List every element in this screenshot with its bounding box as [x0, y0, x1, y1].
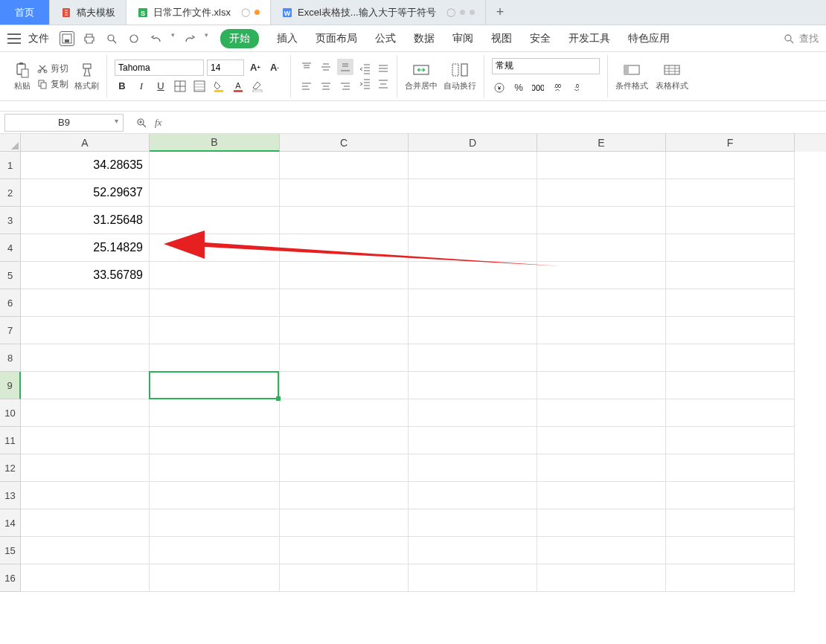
row-header-16[interactable]: 16 — [0, 564, 21, 592]
cell-B7[interactable] — [150, 317, 280, 344]
cell-C9[interactable] — [280, 372, 409, 399]
row-header-5[interactable]: 5 — [0, 262, 21, 289]
row-header-15[interactable]: 15 — [0, 537, 21, 564]
row-header-3[interactable]: 3 — [0, 207, 21, 234]
cell-F5[interactable] — [666, 262, 795, 289]
menu-insert[interactable]: 插入 — [277, 32, 298, 45]
cell-F10[interactable] — [666, 399, 795, 427]
cell-E8[interactable] — [537, 344, 666, 372]
format-painter-button[interactable]: 格式刷 — [74, 61, 99, 91]
cell-C15[interactable] — [280, 537, 409, 564]
comma-button[interactable]: 000 — [531, 80, 545, 95]
cell-B16[interactable] — [150, 564, 280, 592]
wrap-text-button[interactable]: 自动换行 — [444, 61, 476, 91]
cell-D3[interactable] — [409, 207, 537, 234]
cell-F1[interactable] — [666, 152, 795, 179]
hamburger-icon[interactable] — [7, 33, 21, 44]
cell-C12[interactable] — [280, 454, 409, 482]
cell-B15[interactable] — [150, 537, 280, 564]
cell-D4[interactable] — [409, 234, 537, 262]
undo-icon[interactable] — [149, 31, 164, 46]
cell-E3[interactable] — [537, 207, 666, 234]
fill-color-button[interactable] — [211, 79, 226, 94]
col-header-A[interactable]: A — [21, 134, 150, 152]
paste-button[interactable]: 粘贴 — [13, 61, 31, 91]
row-header-10[interactable]: 10 — [0, 399, 21, 427]
cell-B13[interactable] — [150, 482, 280, 509]
font-name-select[interactable] — [115, 59, 204, 76]
cell-A3[interactable]: 31.25648 — [21, 207, 150, 234]
cell-D16[interactable] — [409, 564, 537, 592]
cell-D5[interactable] — [409, 262, 537, 289]
zoom-icon[interactable] — [135, 117, 147, 129]
row-header-8[interactable]: 8 — [0, 344, 21, 372]
percent-button[interactable]: % — [511, 80, 526, 95]
distribute-button[interactable] — [377, 78, 389, 90]
cell-D11[interactable] — [409, 427, 537, 454]
cell-D12[interactable] — [409, 454, 537, 482]
cell-B10[interactable] — [150, 399, 280, 427]
cell-E5[interactable] — [537, 262, 666, 289]
formula-input[interactable] — [169, 114, 826, 132]
cell-E13[interactable] — [537, 482, 666, 509]
cell-B2[interactable] — [150, 179, 280, 207]
cell-F3[interactable] — [666, 207, 795, 234]
cell-D1[interactable] — [409, 152, 537, 179]
find-button[interactable]: 查找 — [783, 32, 819, 45]
cut-button[interactable]: 剪切 — [37, 62, 68, 75]
cell-E11[interactable] — [537, 427, 666, 454]
row-header-1[interactable]: 1 — [0, 152, 21, 179]
justify-button[interactable] — [377, 63, 389, 75]
select-all-corner[interactable] — [0, 134, 21, 152]
row-header-13[interactable]: 13 — [0, 482, 21, 509]
cell-F15[interactable] — [666, 537, 795, 564]
menu-view[interactable]: 视图 — [491, 32, 512, 45]
preview-icon[interactable] — [104, 31, 119, 46]
cell-A11[interactable] — [21, 427, 150, 454]
cell-C7[interactable] — [280, 317, 409, 344]
cell-F2[interactable] — [666, 179, 795, 207]
cell-B9[interactable] — [150, 372, 280, 399]
cell-B11[interactable] — [150, 427, 280, 454]
redo-icon[interactable] — [182, 31, 197, 46]
font-size-select[interactable] — [207, 59, 244, 76]
cell-B3[interactable] — [150, 207, 280, 234]
copy-button[interactable]: 复制 — [37, 78, 68, 91]
number-format-select[interactable] — [492, 58, 600, 74]
border-button[interactable] — [173, 79, 188, 94]
cell-C3[interactable] — [280, 207, 409, 234]
merge-cells-button[interactable]: 合并居中 — [405, 61, 438, 91]
cell-E10[interactable] — [537, 399, 666, 427]
cut-qa-icon[interactable] — [127, 31, 141, 46]
cell-C5[interactable] — [280, 262, 409, 289]
cell-C16[interactable] — [280, 564, 409, 592]
col-header-D[interactable]: D — [409, 134, 537, 152]
cell-C14[interactable] — [280, 509, 409, 537]
cell-D10[interactable] — [409, 399, 537, 427]
currency-button[interactable]: ¥ — [492, 80, 507, 95]
bold-button[interactable]: B — [115, 79, 129, 94]
cell-B12[interactable] — [150, 454, 280, 482]
tab-workfile[interactable]: S 日常工作文件.xlsx ◯ — [127, 0, 271, 25]
menu-dev-tools[interactable]: 开发工具 — [569, 32, 610, 45]
cell-D15[interactable] — [409, 537, 537, 564]
cell-B8[interactable] — [150, 344, 280, 372]
cell-E14[interactable] — [537, 509, 666, 537]
decrease-decimal-button[interactable]: .0 — [569, 80, 584, 95]
cell-D14[interactable] — [409, 509, 537, 537]
cell-F13[interactable] — [666, 482, 795, 509]
cell-A7[interactable] — [21, 317, 150, 344]
cell-A5[interactable]: 33.56789 — [21, 262, 150, 289]
cell-C4[interactable] — [280, 234, 409, 262]
cell-B1[interactable] — [150, 152, 280, 179]
decrease-indent[interactable] — [359, 63, 371, 75]
menu-page-layout[interactable]: 页面布局 — [316, 32, 357, 45]
cell-D13[interactable] — [409, 482, 537, 509]
align-top[interactable] — [298, 59, 315, 75]
menu-start[interactable]: 开始 — [220, 29, 259, 48]
cell-F11[interactable] — [666, 427, 795, 454]
row-header-4[interactable]: 4 — [0, 234, 21, 262]
underline-button[interactable]: U — [153, 79, 168, 94]
cell-A8[interactable] — [21, 344, 150, 372]
menu-data[interactable]: 数据 — [414, 32, 435, 45]
